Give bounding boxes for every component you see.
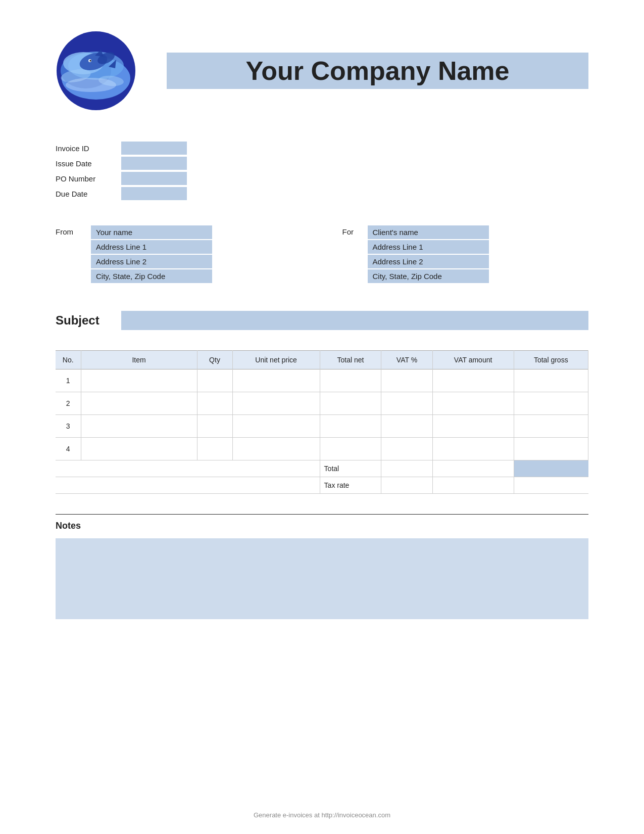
from-section: From Your name Address Line 1 Address Li… [56, 225, 302, 283]
row4-qty[interactable] [197, 438, 232, 460]
invoice-id-value[interactable] [121, 142, 187, 155]
row1-vat-pct[interactable] [381, 369, 432, 392]
row3-total-gross[interactable] [514, 415, 588, 438]
for-city[interactable]: City, State, Zip Code [368, 269, 489, 283]
row3-vat-pct[interactable] [381, 415, 432, 438]
col-total-net: Total net [320, 351, 381, 369]
for-address2[interactable]: Address Line 2 [368, 255, 489, 268]
row4-item[interactable] [81, 438, 197, 460]
tfoot-total-row: Total [56, 460, 588, 477]
notes-input[interactable] [56, 538, 588, 619]
row3-item[interactable] [81, 415, 197, 438]
row1-unit-net[interactable] [232, 369, 320, 392]
row4-vat-amount[interactable] [432, 438, 514, 460]
row4-total-gross[interactable] [514, 438, 588, 460]
row2-no[interactable]: 2 [56, 392, 81, 415]
row1-qty[interactable] [197, 369, 232, 392]
row4-total-net[interactable] [320, 438, 381, 460]
invoice-table: No. Item Qty Unit net price Total net VA… [56, 350, 588, 494]
row1-vat-amount[interactable] [432, 369, 514, 392]
col-vat-pct: VAT % [381, 351, 432, 369]
for-fields: Client's name Address Line 1 Address Lin… [368, 225, 489, 283]
row3-qty[interactable] [197, 415, 232, 438]
table-row: 3 [56, 415, 588, 438]
page-footer: Generate e-invoices at http://invoiceoce… [0, 811, 644, 819]
taxrate-vat-pct[interactable] [381, 477, 432, 494]
company-name[interactable]: Your Company Name [167, 53, 588, 89]
col-no: No. [56, 351, 81, 369]
col-total-gross: Total gross [514, 351, 588, 369]
taxrate-gross-value[interactable] [514, 477, 588, 494]
notes-label: Notes [56, 521, 588, 531]
from-label: From [56, 225, 81, 236]
col-item: Item [81, 351, 197, 369]
row1-total-net[interactable] [320, 369, 381, 392]
issue-date-label: Issue Date [56, 159, 121, 168]
for-label: For [342, 225, 358, 236]
from-address2[interactable]: Address Line 2 [91, 255, 212, 268]
due-date-label: Due Date [56, 190, 121, 198]
tfoot-taxrate-row: Tax rate [56, 477, 588, 494]
row2-qty[interactable] [197, 392, 232, 415]
row1-total-gross[interactable] [514, 369, 588, 392]
row4-no[interactable]: 4 [56, 438, 81, 460]
table-row: 1 [56, 369, 588, 392]
col-vat-amount: VAT amount [432, 351, 514, 369]
subject-input[interactable] [121, 311, 588, 330]
company-logo [56, 30, 136, 111]
total-label: Total [320, 460, 381, 477]
row2-vat-pct[interactable] [381, 392, 432, 415]
row2-total-gross[interactable] [514, 392, 588, 415]
svg-point-13 [66, 78, 116, 92]
from-address1[interactable]: Address Line 1 [91, 240, 212, 254]
row2-item[interactable] [81, 392, 197, 415]
row3-total-net[interactable] [320, 415, 381, 438]
table-header-row: No. Item Qty Unit net price Total net VA… [56, 351, 588, 369]
taxrate-vat-amount[interactable] [432, 477, 514, 494]
for-section: For Client's name Address Line 1 Address… [302, 225, 589, 283]
subject-row: Subject [56, 311, 588, 330]
total-vat-amount[interactable] [432, 460, 514, 477]
row1-item[interactable] [81, 369, 197, 392]
meta-row-po-number: PO Number [56, 172, 588, 185]
table-row: 4 [56, 438, 588, 460]
total-vat-pct[interactable] [381, 460, 432, 477]
issue-date-value[interactable] [121, 157, 187, 170]
po-number-value[interactable] [121, 172, 187, 185]
row3-vat-amount[interactable] [432, 415, 514, 438]
from-name[interactable]: Your name [91, 225, 212, 239]
col-qty: Qty [197, 351, 232, 369]
meta-row-due-date: Due Date [56, 187, 588, 200]
for-address1[interactable]: Address Line 1 [368, 240, 489, 254]
from-for-section: From Your name Address Line 1 Address Li… [56, 225, 588, 283]
invoice-id-label: Invoice ID [56, 144, 121, 153]
po-number-label: PO Number [56, 174, 121, 183]
from-fields: Your name Address Line 1 Address Line 2 … [91, 225, 212, 283]
header: Your Company Name [56, 30, 588, 111]
total-gross-value[interactable] [514, 460, 588, 477]
row4-vat-pct[interactable] [381, 438, 432, 460]
row2-total-net[interactable] [320, 392, 381, 415]
svg-point-10 [90, 60, 91, 62]
col-unit-net: Unit net price [232, 351, 320, 369]
footer-text: Generate e-invoices at http://invoiceoce… [254, 811, 390, 819]
due-date-value[interactable] [121, 187, 187, 200]
subject-label: Subject [56, 313, 111, 328]
row1-no[interactable]: 1 [56, 369, 81, 392]
row4-unit-net[interactable] [232, 438, 320, 460]
row3-unit-net[interactable] [232, 415, 320, 438]
table-row: 2 [56, 392, 588, 415]
meta-row-issue-date: Issue Date [56, 157, 588, 170]
taxrate-label: Tax rate [320, 477, 381, 494]
meta-row-invoice-id: Invoice ID [56, 142, 588, 155]
row2-unit-net[interactable] [232, 392, 320, 415]
notes-divider [56, 514, 588, 515]
row3-no[interactable]: 3 [56, 415, 81, 438]
notes-section: Notes [56, 514, 588, 619]
row2-vat-amount[interactable] [432, 392, 514, 415]
for-name[interactable]: Client's name [368, 225, 489, 239]
invoice-meta: Invoice ID Issue Date PO Number Due Date [56, 142, 588, 200]
from-city[interactable]: City, State, Zip Code [91, 269, 212, 283]
